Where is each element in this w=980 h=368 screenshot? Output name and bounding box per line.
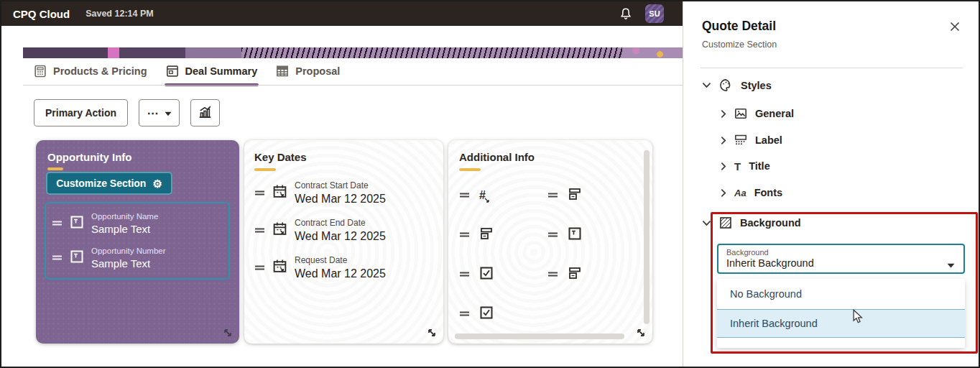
tab-bar: Products & Pricing Deal Summary Propos [34,65,340,86]
field-value: Sample Text [91,223,158,235]
field-row-contract-start-date[interactable]: Contract Start Date Wed Mar 12 2025 [254,180,443,206]
drag-handle-icon[interactable] [547,229,558,242]
tab-products-pricing[interactable]: Products & Pricing [34,65,147,86]
drag-handle-icon[interactable] [254,187,265,200]
app-title: CPQ Cloud [13,8,70,20]
ellipsis-icon: ⋯ [147,106,160,120]
field-item-text[interactable] [547,226,636,244]
calculator-icon [34,65,47,78]
tree-node-general[interactable]: General [721,107,794,120]
card-title: Opportunity Info [47,151,239,163]
drag-handle-icon[interactable] [547,268,558,281]
chevron-right-icon[interactable] [721,109,726,119]
tree-node-title[interactable]: T Title [721,160,770,172]
field-row-contract-end-date[interactable]: Contract End Date Wed Mar 12 2025 [254,218,443,243]
additional-info-grid: # [459,187,635,323]
field-item-dropdown[interactable] [547,266,636,283]
field-item-dropdown[interactable] [547,187,636,204]
chevron-right-icon[interactable] [721,136,726,145]
drag-handle-icon[interactable] [254,224,265,237]
more-actions-button[interactable]: ⋯ [139,99,180,126]
number-field-icon: # [479,190,486,201]
tab-proposal[interactable]: Proposal [276,65,340,86]
field-item-checkbox[interactable] [459,305,547,323]
field-row-opportunity-name[interactable]: Opportunity Name Sample Text [52,212,223,235]
field-value: Wed Mar 12 2025 [295,267,386,280]
fonts-Aa-icon: Aa [734,188,746,198]
resize-handle-icon[interactable] [223,328,233,338]
text-field-icon [70,249,84,267]
drag-handle-icon[interactable] [52,252,63,264]
drag-handle-icon[interactable] [459,268,470,281]
field-text: Contract End Date Wed Mar 12 2025 [295,218,386,243]
checkbox-field-icon [479,266,494,283]
field-label: Contract End Date [295,218,386,228]
option-no-background[interactable]: No Background [717,279,965,309]
opportunity-info-card: Opportunity Info Customize Section ⚙ Opp… [36,140,239,344]
horizontal-scrollbar[interactable] [455,334,624,339]
tree-node-label: Label [755,134,782,146]
card-title: Additional Info [459,151,652,163]
notifications-bell-icon[interactable] [619,7,632,20]
field-text: Opportunity Number Sample Text [91,247,166,270]
tree-node-styles[interactable]: Styles [702,78,772,92]
resize-handle-icon[interactable] [427,328,437,338]
calendar-icon [272,221,287,239]
drag-handle-icon[interactable] [52,217,63,230]
option-inherit-background[interactable]: Inherit Background [717,309,965,338]
field-item-number[interactable]: # [459,187,547,204]
checkbox-field-icon [479,305,494,323]
field-row-request-date[interactable]: Request Date Wed Mar 12 2025 [254,255,443,280]
customize-section-button[interactable]: Customize Section ⚙ [46,172,172,195]
chevron-right-icon[interactable] [721,188,726,198]
drag-handle-icon[interactable] [459,308,470,321]
field-value: Wed Mar 12 2025 [295,193,386,206]
field-value: Wed Mar 12 2025 [295,230,386,243]
tab-label: Products & Pricing [53,65,147,77]
field-item-dropdown[interactable] [459,226,547,244]
chevron-down-icon[interactable] [702,82,711,88]
panel-title: Quote Detail [702,19,776,34]
background-options-list: No Background Inherit Background [717,279,965,348]
chevron-right-icon[interactable] [721,162,726,171]
decorative-banner [23,47,683,58]
user-avatar[interactable]: SU [645,4,664,23]
drag-handle-icon[interactable] [547,189,558,202]
close-icon[interactable] [950,22,960,32]
bar-chart-icon [198,104,213,121]
background-hatch-icon [719,216,732,229]
tabs-divider [23,85,683,86]
opportunity-fields-group[interactable]: Opportunity Name Sample Text Opportunity… [45,202,230,280]
primary-action-button[interactable]: Primary Action [34,99,128,126]
drag-handle-icon[interactable] [459,229,470,242]
calendar-icon [272,259,287,277]
title-T-icon: T [734,161,741,172]
tree-node-label-style[interactable]: Label [721,134,782,147]
field-row-opportunity-number[interactable]: Opportunity Number Sample Text [52,247,223,270]
tree-node-fonts[interactable]: Aa Fonts [721,187,782,198]
field-text: Contract Start Date Wed Mar 12 2025 [295,180,386,206]
resize-handle-icon[interactable] [636,328,646,338]
drag-handle-icon[interactable] [254,262,265,275]
field-item-checkbox[interactable] [459,266,547,283]
chart-button[interactable] [190,99,220,126]
deal-summary-icon [166,65,179,78]
select-field-label: Background [726,248,942,257]
tab-deal-summary[interactable]: Deal Summary [166,65,258,86]
title-accent-bar [459,168,481,171]
palette-icon [719,78,733,92]
quote-detail-panel: Quote Detail Customize Section Styles [683,1,979,367]
field-text: Request Date Wed Mar 12 2025 [295,255,386,280]
card-title: Key Dates [254,151,443,163]
panel-subtitle: Customize Section [702,40,777,50]
top-bar: CPQ Cloud Saved 12:14 PM SU [1,1,683,26]
text-field-icon [568,226,582,244]
tree-node-label: Fonts [754,187,782,198]
chevron-down-icon[interactable] [702,220,711,226]
general-image-icon [734,107,747,120]
background-select-field[interactable]: Background Inherit Background [717,244,965,274]
caret-down-icon [947,258,955,271]
drag-handle-icon[interactable] [459,189,470,202]
tree-node-background[interactable]: Background [702,216,801,229]
vertical-scrollbar[interactable] [644,150,650,324]
